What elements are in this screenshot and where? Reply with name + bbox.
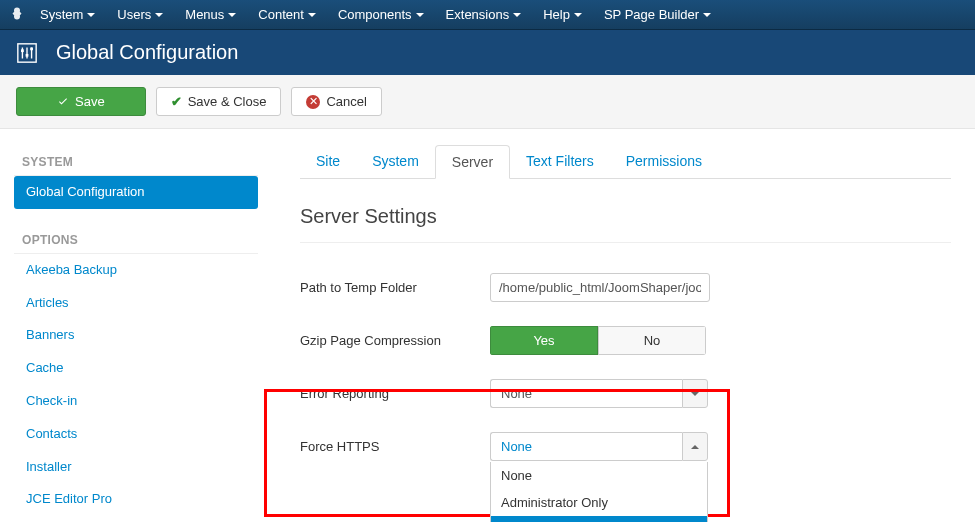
page-title: Global Configuration — [56, 41, 238, 64]
select-force-https-display: None — [490, 432, 682, 461]
option-administrator-only[interactable]: Administrator Only — [491, 489, 707, 516]
sidebar-item-global-configuration[interactable]: Global Configuration — [14, 176, 258, 209]
tab-text-filters[interactable]: Text Filters — [510, 145, 610, 178]
option-none[interactable]: None — [491, 462, 707, 489]
caret-down-icon — [87, 13, 95, 17]
select-error-toggle[interactable] — [682, 379, 708, 408]
sidebar-item-contacts[interactable]: Contacts — [14, 418, 258, 451]
option-entire-site[interactable]: Entire Site — [491, 516, 707, 522]
tab-permissions[interactable]: Permissions — [610, 145, 718, 178]
divider — [300, 242, 951, 243]
row-path-to-temp: Path to Temp Folder — [300, 273, 951, 302]
svg-rect-3 — [30, 47, 33, 50]
menu-extensions[interactable]: Extensions — [446, 7, 522, 22]
caret-down-icon — [691, 392, 699, 396]
sidebar-item-joomla-update[interactable]: Joomla! Update — [14, 516, 258, 522]
label-error-reporting: Error Reporting — [300, 386, 490, 401]
sidebar-item-articles[interactable]: Articles — [14, 287, 258, 320]
svg-rect-2 — [26, 53, 29, 56]
tabs: Site System Server Text Filters Permissi… — [300, 145, 951, 179]
menu-help[interactable]: Help — [543, 7, 582, 22]
tab-site[interactable]: Site — [300, 145, 356, 178]
select-force-https[interactable]: None — [490, 432, 708, 461]
section-heading: Server Settings — [300, 205, 951, 228]
toggle-gzip-yes[interactable]: Yes — [490, 326, 598, 355]
sidebar-group-system: SYSTEM — [14, 149, 258, 175]
caret-down-icon — [155, 13, 163, 17]
menu-system[interactable]: System — [40, 7, 95, 22]
menu-content[interactable]: Content — [258, 7, 316, 22]
toolbar: Save ✔ Save & Close ✕ Cancel — [0, 75, 975, 129]
sidebar-item-cache[interactable]: Cache — [14, 352, 258, 385]
input-path-to-temp[interactable] — [490, 273, 710, 302]
select-force-https-toggle[interactable] — [682, 432, 708, 461]
save-close-button[interactable]: ✔ Save & Close — [156, 87, 282, 116]
tab-system[interactable]: System — [356, 145, 435, 178]
select-error-reporting[interactable]: None — [490, 379, 708, 408]
sidebar-item-installer[interactable]: Installer — [14, 451, 258, 484]
row-gzip: Gzip Page Compression Yes No — [300, 326, 951, 355]
caret-down-icon — [308, 13, 316, 17]
caret-down-icon — [416, 13, 424, 17]
label-force-https: Force HTTPS — [300, 439, 490, 454]
caret-down-icon — [703, 13, 711, 17]
label-path: Path to Temp Folder — [300, 280, 490, 295]
select-error-display: None — [490, 379, 682, 408]
sidebar-item-akeeba-backup[interactable]: Akeeba Backup — [14, 254, 258, 287]
sidebar-item-check-in[interactable]: Check-in — [14, 385, 258, 418]
joomla-logo-icon — [8, 6, 26, 24]
caret-down-icon — [228, 13, 236, 17]
sidebar: SYSTEM Global Configuration OPTIONS Akee… — [0, 129, 270, 522]
caret-down-icon — [574, 13, 582, 17]
menu-components[interactable]: Components — [338, 7, 424, 22]
equalizer-icon — [16, 42, 38, 64]
toggle-gzip-no[interactable]: No — [598, 326, 706, 355]
cancel-button[interactable]: ✕ Cancel — [291, 87, 381, 116]
dropdown-force-https: None Administrator Only Entire Site — [490, 462, 708, 522]
save-button[interactable]: Save — [16, 87, 146, 116]
cancel-icon: ✕ — [306, 95, 320, 109]
sidebar-item-jce-editor-pro[interactable]: JCE Editor Pro — [14, 483, 258, 516]
top-menubar: System Users Menus Content Components Ex… — [0, 0, 975, 30]
apply-icon — [57, 96, 69, 108]
tab-server[interactable]: Server — [435, 145, 510, 179]
check-icon: ✔ — [171, 94, 182, 109]
svg-rect-1 — [21, 49, 24, 52]
toggle-gzip: Yes No — [490, 326, 706, 355]
page-header: Global Configuration — [0, 30, 975, 75]
row-force-https: Force HTTPS None None Administrator Only… — [300, 432, 951, 461]
sidebar-item-banners[interactable]: Banners — [14, 319, 258, 352]
label-gzip: Gzip Page Compression — [300, 333, 490, 348]
caret-down-icon — [513, 13, 521, 17]
sidebar-group-options: OPTIONS — [14, 227, 258, 253]
caret-up-icon — [691, 445, 699, 449]
row-error-reporting: Error Reporting None — [300, 379, 951, 408]
menu-users[interactable]: Users — [117, 7, 163, 22]
content-area: Site System Server Text Filters Permissi… — [270, 129, 975, 522]
menu-menus[interactable]: Menus — [185, 7, 236, 22]
menu-sppagebuilder[interactable]: SP Page Builder — [604, 7, 711, 22]
